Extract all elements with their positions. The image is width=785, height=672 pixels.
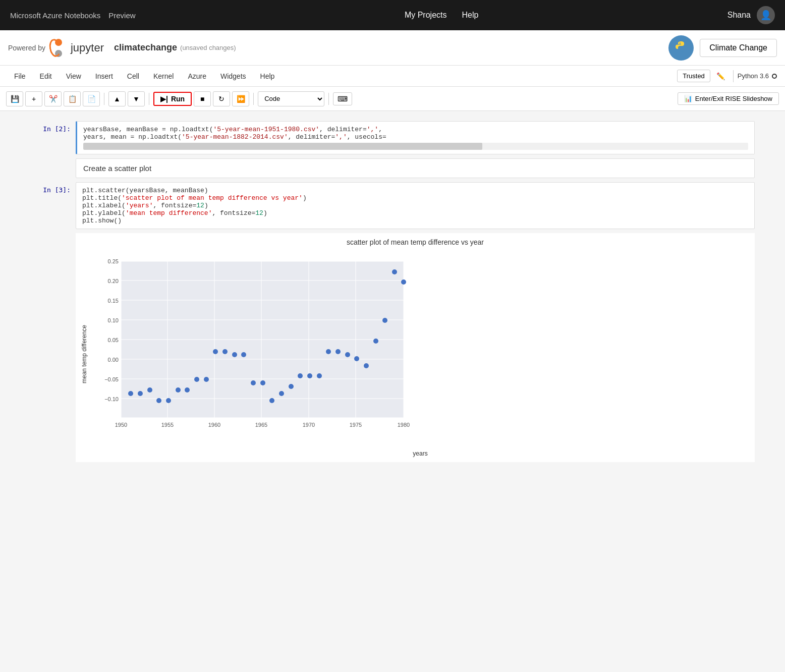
cell-2-line-1: plt.scatter(yearsBase, meanBase) [82,187,748,194]
move-up-button[interactable]: ▲ [108,91,126,106]
code-string-4: ',' [335,133,347,141]
cell-2-label: In [3]: [30,182,76,229]
cell-1-label: In [2]: [30,121,76,154]
x-tick: 1975 [350,422,362,428]
cell-1-scrollbar[interactable] [83,143,748,150]
menu-kernel[interactable]: Kernel [147,69,180,83]
code-string-1: '5-year-mean-1951-1980.csv' [213,126,319,133]
menu-widgets[interactable]: Widgets [214,69,252,83]
nav-right: Shana 👤 [727,6,775,24]
code-text: , [378,126,382,133]
menu-divider [733,70,734,82]
y-tick: 0.25 [108,258,119,264]
data-point [326,349,331,354]
keyboard-shortcuts-button[interactable]: ⌨ [333,92,352,105]
code-string-3: '5-year-mean-1882-2014.csv' [182,133,288,141]
data-point [354,356,359,361]
nav-my-projects[interactable]: My Projects [405,11,447,20]
cell-2-line-5: plt.show() [82,217,748,225]
run-label: Run [171,95,185,103]
y-tick: −0.05 [104,376,119,382]
username: Shana [727,11,751,20]
menu-view[interactable]: View [60,69,87,83]
menu-help[interactable]: Help [254,69,281,83]
cell-1-line-1: yearsBase, meanBase = np.loadtxt('5-year… [83,126,748,133]
cell-type-select[interactable]: Code Markdown Raw NBConvert [258,91,324,106]
x-tick: 1980 [398,422,410,428]
chart-main: 0.25 0.20 0.15 0.10 0.05 0.00 −0.05 −0.1… [91,251,750,457]
cell-1-content[interactable]: yearsBase, meanBase = np.loadtxt('5-year… [76,121,755,154]
data-point [176,387,181,393]
nav-help[interactable]: Help [462,11,479,20]
chart-wrapper: mean temp difference [81,251,750,457]
avatar[interactable]: 👤 [757,6,775,24]
data-point [373,339,378,344]
toolbar-separator-1 [104,93,104,105]
copy-cell-button[interactable]: 📋 [64,91,81,106]
data-point [166,398,171,403]
x-tick: 1955 [161,422,174,428]
trusted-badge[interactable]: Trusted [677,70,710,82]
add-cell-button[interactable]: + [25,91,42,106]
scrollbar-thumb [83,143,482,150]
kernel-status-circle [772,74,777,79]
menu-edit[interactable]: Edit [34,69,58,83]
fast-forward-button[interactable]: ⏩ [232,91,249,106]
restart-button[interactable]: ↻ [213,91,230,106]
code-string-2: ',' [367,126,378,133]
run-button[interactable]: ▶| Run [153,92,192,106]
chart-output: scatter plot of mean temp difference vs … [76,233,755,462]
menu-azure[interactable]: Azure [182,69,212,83]
y-tick: 0.15 [108,298,119,304]
toolbar-separator-2 [149,93,149,105]
y-tick: −0.10 [104,396,119,402]
cell-2-content[interactable]: plt.scatter(yearsBase, meanBase) plt.tit… [76,182,755,229]
code-text: , delimiter= [288,133,335,141]
data-point [204,377,209,382]
cell-2: In [3]: plt.scatter(yearsBase, meanBase)… [30,182,755,229]
climate-change-button[interactable]: Climate Change [700,39,777,57]
jupyter-logo: jupyter [49,39,104,57]
code-text: , delimiter= [319,126,367,133]
cell-1-line-2: years, mean = np.loadtxt('5-year-mean-18… [83,133,748,141]
python-icon [674,40,689,55]
nav-links: My Projects Help [156,11,727,20]
y-tick: 0.20 [108,278,119,284]
toolbar-separator-3 [253,93,254,105]
toolbar-separator-4 [328,93,329,105]
data-point [232,352,237,357]
menu-file[interactable]: File [8,69,32,83]
edit-icon-btn[interactable]: ✏️ [712,70,729,82]
powered-by-label: Powered by [8,44,45,52]
x-tick: 1970 [303,422,315,428]
x-tick: 1960 [208,422,220,428]
python-logo [668,35,694,61]
brand-name: Microsoft Azure Notebooks [10,11,100,20]
cell-2-line-3: plt.xlabel('years', fontsize=12) [82,202,748,209]
markdown-cell-1: Create a scatter plot [76,158,755,178]
data-point [269,398,274,403]
y-tick: 0.00 [108,357,119,363]
data-point [307,373,312,378]
data-point [185,387,190,393]
code-text: , usecols= [347,133,386,141]
cell-2-line-4: plt.ylabel('mean temp difference', fonts… [82,209,748,217]
preview-label: Preview [108,11,135,20]
notebook-name[interactable]: climatechange [114,42,177,53]
cut-cell-button[interactable]: ✂️ [44,91,62,106]
data-point [260,380,265,385]
rise-slideshow-button[interactable]: 📊 Enter/Exit RISE Slideshow [678,92,779,105]
menu-cell[interactable]: Cell [121,69,145,83]
y-tick: 0.10 [108,317,119,323]
paste-cell-button[interactable]: 📄 [83,91,100,106]
data-point [138,391,143,396]
menu-insert[interactable]: Insert [89,69,119,83]
chart-svg: 0.25 0.20 0.15 0.10 0.05 0.00 −0.05 −0.1… [91,251,424,448]
stop-button[interactable]: ■ [194,91,211,106]
data-point [213,349,218,354]
save-button[interactable]: 💾 [6,91,23,106]
data-point [279,391,284,396]
jupyter-logo-icon [49,39,68,57]
move-down-button[interactable]: ▼ [128,91,145,106]
data-point [382,318,387,323]
